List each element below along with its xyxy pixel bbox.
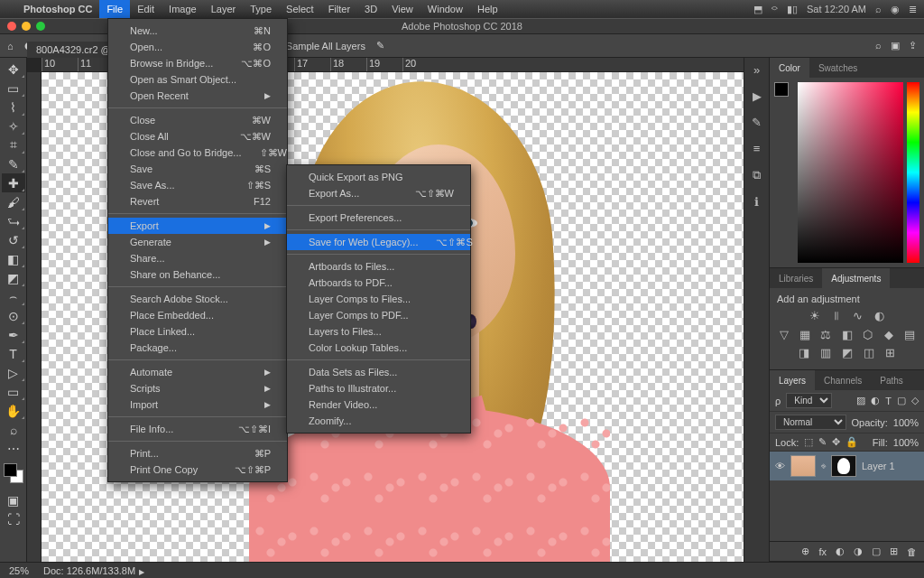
- menubar-app[interactable]: Photoshop CC: [16, 0, 99, 18]
- posterize-icon[interactable]: ▥: [818, 346, 833, 359]
- file-menu-new[interactable]: New...⌘N: [108, 23, 287, 39]
- minimize-window-button[interactable]: [22, 22, 31, 31]
- quick-select-tool[interactable]: ✧: [2, 117, 25, 135]
- delete-layer-icon[interactable]: 🗑: [907, 546, 917, 557]
- levels-icon[interactable]: ⫴: [829, 309, 844, 323]
- file-menu-generate[interactable]: Generate▶: [108, 234, 287, 250]
- selective-icon[interactable]: ⊞: [883, 346, 898, 359]
- eraser-tool[interactable]: ◧: [2, 249, 25, 268]
- file-menu-close-all[interactable]: Close All⌥⌘W: [108, 128, 287, 144]
- file-menu-import[interactable]: Import▶: [108, 396, 287, 413]
- photo-filter-icon[interactable]: ⬡: [861, 328, 874, 341]
- hand-tool[interactable]: ✋: [2, 401, 25, 420]
- healing-brush-tool[interactable]: ✚: [2, 173, 25, 192]
- file-menu-print[interactable]: Print...⌘P: [108, 445, 287, 461]
- lock-all-icon[interactable]: ⬚: [804, 436, 813, 448]
- zoom-window-button[interactable]: [36, 22, 45, 31]
- invert-icon[interactable]: ◨: [797, 346, 811, 359]
- file-menu-revert[interactable]: RevertF12: [108, 193, 287, 210]
- color-tab-color[interactable]: Color: [770, 58, 809, 78]
- play-icon[interactable]: ▶: [753, 89, 762, 103]
- mask-link-icon[interactable]: ⎆: [821, 461, 826, 471]
- brightness-icon[interactable]: ☀: [808, 309, 822, 323]
- move-tool[interactable]: ✥: [2, 60, 25, 79]
- expand-panels-icon[interactable]: »: [753, 63, 760, 77]
- exposure-icon[interactable]: ◐: [873, 309, 887, 323]
- doc-size[interactable]: Doc: 126.6M/133.8M▶: [43, 565, 144, 576]
- file-menu-save[interactable]: Save⌘S: [108, 161, 287, 177]
- gradient-tool[interactable]: ◩: [2, 268, 25, 287]
- visibility-icon[interactable]: 👁: [775, 461, 785, 471]
- info-panel-icon[interactable]: ℹ: [754, 195, 759, 209]
- file-menu-share[interactable]: Share...: [108, 250, 287, 266]
- lock-pixels-icon[interactable]: ✎: [818, 436, 827, 448]
- clone-panel-icon[interactable]: ⧉: [753, 168, 761, 182]
- shape-tool[interactable]: ▭: [2, 382, 25, 401]
- siri-icon[interactable]: ◉: [891, 4, 900, 15]
- battery-icon[interactable]: ▮▯: [787, 4, 798, 15]
- lasso-tool[interactable]: ⌇: [2, 98, 25, 117]
- gradientmap-icon[interactable]: ◫: [862, 346, 876, 359]
- mask-thumbnail[interactable]: [831, 455, 856, 477]
- opacity-value[interactable]: 100%: [893, 417, 919, 428]
- home-icon[interactable]: ⌂: [7, 41, 14, 51]
- file-menu-open-recent[interactable]: Open Recent▶: [108, 88, 287, 104]
- channel-mixer-icon[interactable]: ◆: [882, 328, 895, 341]
- menubar-layer[interactable]: Layer: [204, 0, 244, 18]
- file-menu-close-and-go-to-bridge[interactable]: Close and Go to Bridge...⇧⌘W: [108, 144, 287, 161]
- file-menu-place-embedded[interactable]: Place Embedded...: [108, 307, 287, 323]
- file-menu-scripts[interactable]: Scripts▶: [108, 380, 287, 396]
- menubar-view[interactable]: View: [384, 0, 420, 18]
- pen-tool[interactable]: ✒: [2, 325, 25, 344]
- export-menu-layers-to-files[interactable]: Layers to Files...: [287, 323, 470, 340]
- hue-slider[interactable]: [907, 82, 919, 263]
- file-menu-browse-in-bridge[interactable]: Browse in Bridge...⌥⌘O: [108, 55, 287, 71]
- bw-icon[interactable]: ◧: [840, 328, 854, 341]
- menubar-select[interactable]: Select: [279, 0, 321, 18]
- layers-tab-channels[interactable]: Channels: [815, 370, 871, 390]
- eyedropper-tool[interactable]: ✎: [2, 154, 25, 173]
- wifi-icon[interactable]: ⌔: [772, 4, 778, 14]
- path-select-tool[interactable]: ▷: [2, 363, 25, 382]
- export-menu-export-preferences[interactable]: Export Preferences...: [287, 210, 470, 226]
- file-menu-print-one-copy[interactable]: Print One Copy⌥⇧⌘P: [108, 461, 287, 478]
- file-menu-share-on-behance[interactable]: Share on Behance...: [108, 266, 287, 283]
- filter-type-icon[interactable]: T: [885, 396, 892, 406]
- color-field[interactable]: [798, 82, 903, 263]
- quickmask-tool[interactable]: ▣: [2, 490, 25, 509]
- export-menu-render-video[interactable]: Render Video...: [287, 396, 470, 413]
- blend-mode-select[interactable]: Normal: [775, 415, 846, 430]
- vibrance-icon[interactable]: ▽: [777, 328, 790, 341]
- document-tab[interactable]: 800A4329.cr2 @ 25%: [27, 42, 108, 58]
- export-menu-color-lookup-tables[interactable]: Color Lookup Tables...: [287, 340, 470, 356]
- menubar-help[interactable]: Help: [470, 0, 505, 18]
- zoom-tool[interactable]: ⌕: [2, 420, 25, 439]
- menubar-window[interactable]: Window: [420, 0, 470, 18]
- share-icon[interactable]: ⇪: [909, 40, 917, 51]
- curves-icon[interactable]: ∿: [851, 309, 865, 323]
- dropbox-icon[interactable]: ⬒: [753, 4, 762, 15]
- ruler-vertical[interactable]: [27, 72, 42, 562]
- add-mask-icon[interactable]: ◐: [836, 545, 845, 557]
- screenmode-tool[interactable]: ⛶: [2, 509, 25, 528]
- edit-toolbar[interactable]: ⋯: [2, 439, 25, 458]
- menubar-type[interactable]: Type: [243, 0, 279, 18]
- type-tool[interactable]: T: [2, 344, 25, 363]
- clock[interactable]: Sat 12:20 AM: [807, 4, 866, 14]
- search-icon[interactable]: ⌕: [875, 40, 882, 51]
- notification-icon[interactable]: ≣: [909, 4, 917, 15]
- filter-shape-icon[interactable]: ▢: [897, 395, 906, 406]
- layer-filter-kind[interactable]: Kind: [786, 393, 832, 408]
- file-menu-save-as[interactable]: Save As...⇧⌘S: [108, 177, 287, 193]
- menubar-file[interactable]: File: [99, 0, 130, 18]
- file-menu-open[interactable]: Open...⌘O: [108, 39, 287, 55]
- link-layers-icon[interactable]: ⊕: [801, 545, 809, 557]
- export-menu-quick-export-as-png[interactable]: Quick Export as PNG: [287, 169, 470, 185]
- export-menu-export-as[interactable]: Export As...⌥⇧⌘W: [287, 185, 470, 201]
- spotlight-icon[interactable]: ⌕: [875, 4, 882, 14]
- menubar-3d[interactable]: 3D: [357, 0, 384, 18]
- filter-image-icon[interactable]: ▨: [856, 395, 865, 406]
- brush-panel-icon[interactable]: ✎: [752, 116, 762, 129]
- file-menu-place-linked[interactable]: Place Linked...: [108, 323, 287, 340]
- layers-tab-layers[interactable]: Layers: [770, 370, 815, 390]
